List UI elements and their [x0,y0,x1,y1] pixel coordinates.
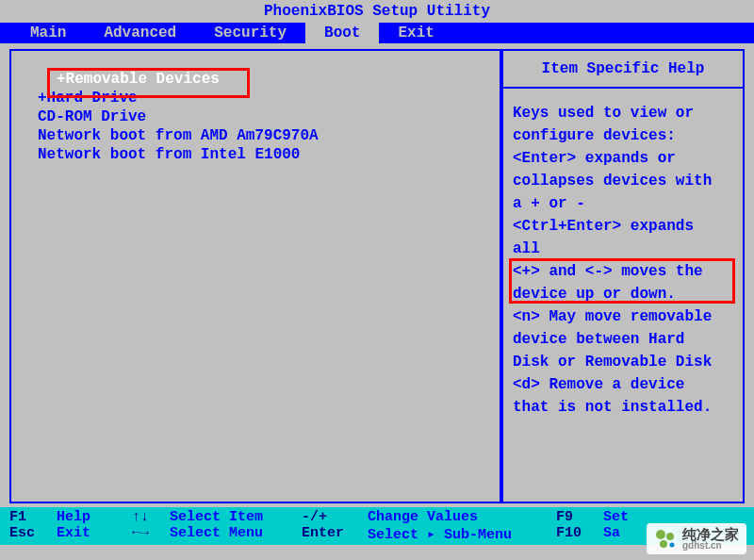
key-plusminus: -/+ [302,509,368,525]
boot-item-net-amd[interactable]: Network boot from AMD Am79C970A [38,126,492,145]
help-line: configure devices: [513,124,733,147]
annotation-highlight [47,68,250,98]
help-line: Disk or Removable Disk [513,351,733,373]
help-line: that is not installed. [513,396,733,419]
boot-order-panel: +Removable Devices +Hard Drive CD-ROM Dr… [9,49,501,503]
key-label-exit: Exit [57,525,132,543]
menu-bar: Main Advanced Security Boot Exit [0,23,754,43]
help-line: <n> May move removable [513,305,733,328]
watermark-url: gdhst.cn [682,541,739,551]
help-line: Keys used to view or [513,102,733,124]
boot-item-cdrom[interactable]: CD-ROM Drive [38,107,492,126]
help-line: <Ctrl+Enter> expands [513,215,733,238]
help-line: device between Hard [513,328,733,351]
svg-point-2 [660,540,667,548]
svg-point-0 [656,530,665,539]
help-line: <Enter> expands or [513,147,733,170]
key-updown: ↑↓ [132,509,170,525]
key-enter: Enter [302,525,368,543]
menu-boot[interactable]: Boot [305,23,379,43]
menu-main[interactable]: Main [11,23,85,43]
watermark: 纯净之家 gdhst.cn [647,523,746,554]
watermark-logo-icon [654,528,677,551]
key-esc: Esc [9,525,57,543]
key-leftright: ←→ [132,525,170,543]
app-title: PhoenixBIOS Setup Utility [264,3,490,20]
key-label-select-item: Select Item [170,509,302,525]
help-body: Keys used to view or configure devices: … [503,89,743,432]
key-f9: F9 [556,509,603,525]
title-bar: PhoenixBIOS Setup Utility [0,0,754,23]
help-line: a + or - [513,192,733,215]
footer-keyhelp: F1 Help ↑↓ Select Item -/+ Change Values… [0,507,754,545]
key-f10: F10 [556,525,603,543]
svg-point-1 [666,533,674,540]
key-label-change-values: Change Values [368,509,556,525]
help-line: all [513,238,733,260]
help-panel: Item Specific Help Keys used to view or … [501,49,745,503]
svg-point-3 [670,542,675,547]
menu-exit[interactable]: Exit [379,23,452,43]
annotation-highlight [509,258,735,304]
help-line: <d> Remove a device [513,373,733,396]
menu-advanced[interactable]: Advanced [85,23,195,43]
key-label-help: Help [57,509,132,525]
key-f1: F1 [9,509,57,525]
key-label-select-menu: Select Menu [170,525,302,543]
key-label-select-submenu: Select ▸ Sub-Menu [368,525,556,543]
boot-item-net-intel[interactable]: Network boot from Intel E1000 [38,145,492,164]
menu-security[interactable]: Security [195,23,305,43]
watermark-text: 纯净之家 [682,527,739,541]
help-title: Item Specific Help [503,51,743,89]
main-area: +Removable Devices +Hard Drive CD-ROM Dr… [0,43,754,507]
help-line: collapses devices with [513,170,733,192]
